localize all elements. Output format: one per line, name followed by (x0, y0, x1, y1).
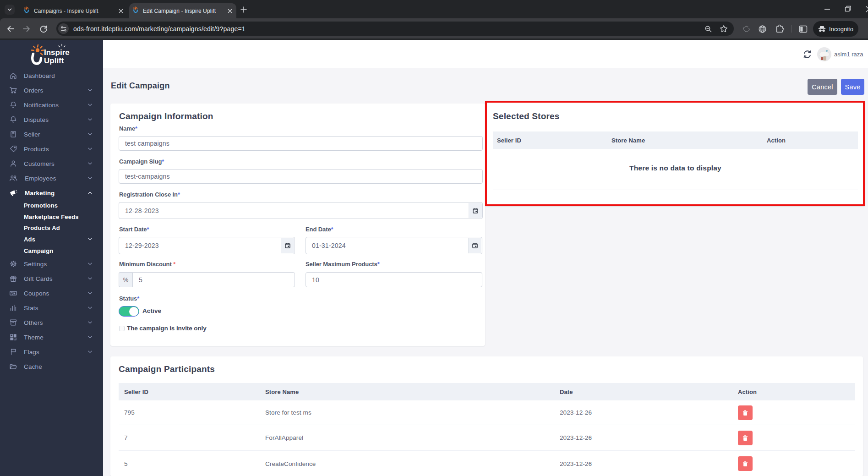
svg-text:Inspire: Inspire (44, 48, 70, 57)
svg-text:Uplift: Uplift (44, 56, 64, 65)
